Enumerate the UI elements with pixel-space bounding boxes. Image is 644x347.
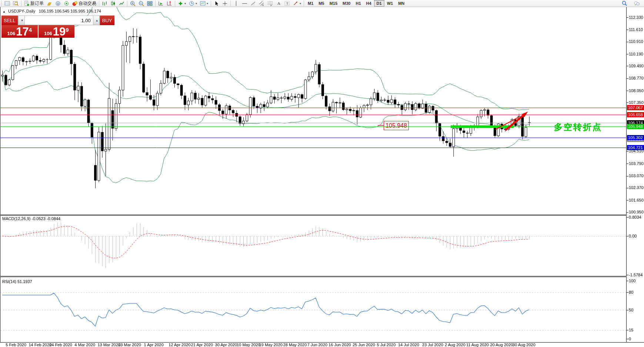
svg-text:A: A xyxy=(277,1,281,6)
sell-price-main: 17 xyxy=(16,26,29,37)
timeframe-h4-button[interactable]: H4 xyxy=(364,0,374,7)
deposit-gold-button[interactable] xyxy=(45,0,54,7)
indicator-tick-label: 100 xyxy=(629,279,635,283)
horizontal-line-button[interactable] xyxy=(240,0,249,7)
new-order-button-label: 新订单 xyxy=(30,0,44,7)
indicators-button[interactable]: ▾ xyxy=(176,0,187,7)
date-tick-label: 21 Apr 2020 xyxy=(191,343,213,347)
chat-icon xyxy=(634,1,640,6)
chart-title: ▲ USDJPY-,Daily 106.195 106.545 105.995 … xyxy=(3,9,101,13)
linechart-icon xyxy=(119,1,124,6)
date-tick-label: 16 Jun 2020 xyxy=(328,343,351,347)
fibo-icon: F xyxy=(267,1,273,6)
chartplay-icon xyxy=(158,1,164,6)
price-tick-label: 108.050 xyxy=(629,88,644,93)
labelT-icon: T xyxy=(284,1,290,6)
vertical-line-button[interactable] xyxy=(232,0,240,7)
toolbar-separator xyxy=(304,1,304,6)
clock-icon xyxy=(189,1,194,6)
expert-advisors-button[interactable] xyxy=(54,0,62,7)
trendline-button[interactable] xyxy=(249,0,257,7)
shapes-icon xyxy=(293,1,298,6)
candlestick-chart-button[interactable] xyxy=(109,0,117,7)
zoomout-icon xyxy=(139,1,144,6)
signals-button[interactable] xyxy=(62,0,71,7)
volume-decrease-button[interactable]: ▼ xyxy=(18,16,25,25)
price-tick-label: 103.070 xyxy=(629,174,644,178)
date-tick-label: 30 Apr 2020 xyxy=(215,343,237,347)
timeframe-m30-button[interactable]: M30 xyxy=(340,0,353,7)
indicators-icon xyxy=(178,1,183,6)
timeframe-d1-button[interactable]: D1 xyxy=(374,0,384,7)
date-tick-label: 1 Apr 2020 xyxy=(144,343,164,347)
charts-panel-button[interactable] xyxy=(3,0,11,7)
equidistant-channel-button[interactable]: E xyxy=(257,0,266,7)
sell-price[interactable]: 106 17 4 xyxy=(1,25,38,38)
timeframe-m5-button[interactable]: M5 xyxy=(316,0,327,7)
timeframe-h1-button[interactable]: H1 xyxy=(353,0,363,7)
price-tick-label: 110.910 xyxy=(629,39,643,44)
date-tick-label: 11 Aug 2020 xyxy=(466,343,489,347)
indicator-tick-label: 80 xyxy=(629,290,633,294)
price-tick-label: 102.370 xyxy=(629,185,644,190)
text-label-button[interactable]: T xyxy=(283,0,291,7)
timeframe-m1-button[interactable]: M1 xyxy=(305,0,316,7)
dropdown-caret-icon[interactable]: ▾ xyxy=(300,2,301,5)
community-chat-button[interactable] xyxy=(633,0,641,7)
caret-up-icon: ▲ xyxy=(96,19,99,22)
volume-control: ▼ ▲ xyxy=(18,16,100,25)
auto-trading-button[interactable]: 自动交易 xyxy=(71,0,98,7)
date-tick-label: 14 Jul 2020 xyxy=(398,343,419,347)
date-tick-label: 23 Mar 2020 xyxy=(118,343,141,347)
dropdown-caret-icon[interactable]: ▾ xyxy=(196,2,197,5)
volume-increase-button[interactable]: ▲ xyxy=(93,16,100,25)
dropdown-caret-icon[interactable]: ▾ xyxy=(184,2,186,5)
toolbar-separator xyxy=(155,1,156,6)
zoom-out-button[interactable] xyxy=(137,0,146,7)
zoomin-icon xyxy=(130,1,136,6)
dropdown-caret-icon[interactable]: ▾ xyxy=(207,2,208,5)
periods-button[interactable]: ▾ xyxy=(187,0,198,7)
date-tick-label: 5 Feb 2020 xyxy=(6,343,26,347)
channel-icon: E xyxy=(259,1,264,6)
chart-collapse-icon[interactable]: ▲ xyxy=(3,10,6,13)
buy-button[interactable]: BUY xyxy=(100,16,114,25)
timeframe-w1-button[interactable]: W1 xyxy=(384,0,396,7)
fibonacci-button[interactable]: F xyxy=(266,0,274,7)
date-tick-label: 25 Jun 2020 xyxy=(353,343,375,347)
templates-button[interactable]: ▾ xyxy=(198,0,210,7)
price-annotation-box[interactable]: 105.948 xyxy=(384,121,409,130)
price-tick-label: 101.650 xyxy=(629,198,644,202)
timeframe-m15-button[interactable]: M15 xyxy=(327,0,340,7)
trend-turning-point-note[interactable]: 多空转折点 xyxy=(554,121,602,133)
zoom-in-button[interactable] xyxy=(129,0,137,7)
toolbar-separator xyxy=(230,1,231,6)
volume-input[interactable] xyxy=(25,16,93,25)
new-order-button[interactable]: 新订单 xyxy=(23,0,45,7)
date-tick-label: 4 Mar 2020 xyxy=(74,343,95,347)
one-click-trading-panel: SELL ▼ ▲ BUY 106 17 4 106 19 9 xyxy=(1,16,74,38)
arrows-button[interactable]: ▾ xyxy=(291,0,303,7)
auto-scroll-button[interactable] xyxy=(157,0,165,7)
toolbar-separator xyxy=(21,1,21,6)
data-window-button[interactable] xyxy=(11,0,20,7)
price-marker-label: 104.721 xyxy=(627,145,644,150)
price-tick-label: 103.790 xyxy=(629,161,644,166)
crosshair-button[interactable] xyxy=(221,0,229,7)
cursor-button[interactable] xyxy=(212,0,221,7)
price-marker-label: 105.948 xyxy=(627,124,644,129)
bar-chart-button[interactable] xyxy=(100,0,109,7)
timeframe-mn-button[interactable]: MN xyxy=(396,0,407,7)
chart-shift-button[interactable] xyxy=(165,0,174,7)
price-tick-label: 110.190 xyxy=(629,52,643,56)
chart-canvas[interactable] xyxy=(0,0,644,347)
sell-button[interactable]: SELL xyxy=(1,16,18,25)
buy-price[interactable]: 106 19 9 xyxy=(39,25,75,38)
crosshair-icon xyxy=(222,1,228,6)
line-chart-button[interactable] xyxy=(117,0,126,7)
search-button[interactable] xyxy=(620,0,629,7)
tile-windows-button[interactable] xyxy=(146,0,154,7)
search-icon xyxy=(622,1,627,6)
text-button[interactable]: A xyxy=(274,0,283,7)
toolbar-separator xyxy=(99,1,99,6)
